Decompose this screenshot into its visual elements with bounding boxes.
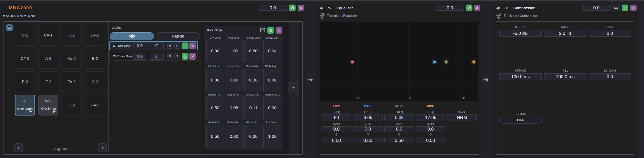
svg-text:100: 100	[356, 96, 360, 100]
svg-text:10k: 10k	[460, 96, 465, 100]
svg-text:1k: 1k	[408, 96, 412, 100]
